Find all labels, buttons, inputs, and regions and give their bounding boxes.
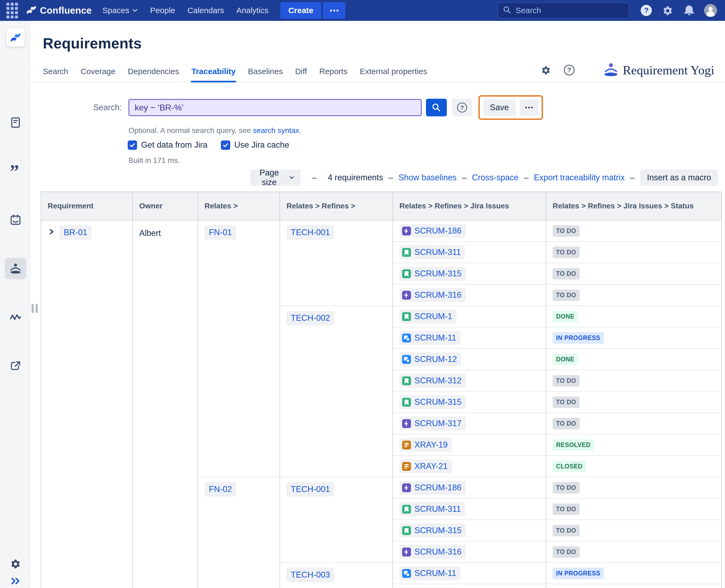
tab-coverage[interactable]: Coverage bbox=[81, 67, 115, 82]
status-lozenge: TO DO bbox=[552, 268, 580, 279]
nav-item-people[interactable]: People bbox=[150, 6, 175, 15]
sidebar-pages-icon[interactable] bbox=[5, 112, 26, 133]
search-help-button[interactable]: ? bbox=[452, 99, 472, 117]
global-search-input[interactable] bbox=[516, 6, 624, 15]
jira-issue-cell: XRAY-21 bbox=[393, 456, 546, 477]
jira-issue-link[interactable]: SCRUM-316 bbox=[400, 288, 466, 302]
story-icon bbox=[402, 526, 411, 535]
tab-baselines[interactable]: Baselines bbox=[248, 67, 283, 82]
sidebar-quotes-icon[interactable]: ” bbox=[5, 161, 26, 182]
jira-issue-link[interactable]: SCRUM-317 bbox=[400, 417, 466, 430]
jira-issue-link[interactable]: SCRUM-12 bbox=[400, 352, 461, 366]
jira-issue-link[interactable]: SCRUM-315 bbox=[400, 395, 466, 409]
nav-item-calendars[interactable]: Calendars bbox=[187, 6, 224, 15]
jira-issue-key: SCRUM-312 bbox=[415, 376, 462, 385]
save-button[interactable]: Save bbox=[483, 99, 516, 116]
refines-link[interactable]: TECH-001 bbox=[286, 225, 334, 240]
relates-link[interactable]: FN-02 bbox=[204, 482, 236, 497]
sidebar-requirement-yogi-icon[interactable] bbox=[5, 258, 26, 279]
jira-issue-link[interactable]: SCRUM-315 bbox=[400, 267, 466, 281]
jira-issue-key: SCRUM-315 bbox=[415, 526, 462, 535]
expand-chevron-icon[interactable] bbox=[48, 228, 55, 235]
toolbar-link-export-traceability-matrix[interactable]: Export traceability matrix bbox=[534, 173, 625, 183]
story-icon bbox=[402, 398, 411, 407]
tab-external-properties[interactable]: External properties bbox=[360, 67, 427, 82]
sidebar-calendar-icon[interactable] bbox=[5, 209, 26, 231]
run-search-button[interactable] bbox=[426, 99, 447, 117]
jira-issue-link[interactable]: SCRUM-315 bbox=[400, 524, 466, 538]
refines-cell: TECH-001 bbox=[280, 477, 393, 563]
sidebar-activity-icon[interactable] bbox=[5, 307, 26, 328]
status-cell: IN PROGRESS bbox=[546, 328, 721, 349]
profile-avatar[interactable] bbox=[704, 4, 717, 17]
sidebar-external-link-icon[interactable] bbox=[5, 355, 26, 377]
settings-gear-icon[interactable] bbox=[540, 64, 551, 76]
status-cell: TO DO bbox=[546, 477, 721, 499]
confluence-logo[interactable]: Confluence bbox=[25, 4, 92, 17]
jira-issue-link[interactable]: SCRUM-186 bbox=[400, 481, 466, 495]
top-navbar: Confluence SpacesPeopleCalendarsAnalytic… bbox=[0, 0, 725, 21]
toolbar-link-cross-space[interactable]: Cross-space bbox=[472, 173, 519, 183]
toolbar-link-show-baselines[interactable]: Show baselines bbox=[398, 173, 457, 183]
jira-issue-cell: SCRUM-12 bbox=[393, 349, 546, 370]
nav-more-button[interactable] bbox=[323, 2, 345, 19]
app-switcher-icon[interactable] bbox=[6, 3, 18, 18]
create-button[interactable]: Create bbox=[280, 2, 321, 19]
sidebar-expand-icon[interactable] bbox=[10, 576, 21, 587]
checkbox-checked-icon[interactable] bbox=[221, 141, 230, 150]
nav-item-spaces[interactable]: Spaces bbox=[103, 6, 138, 15]
search-icon bbox=[431, 103, 441, 112]
requirement-yogi-brand: Requirement Yogi bbox=[603, 63, 714, 78]
save-more-options-button[interactable] bbox=[520, 99, 538, 116]
tab-dependencies[interactable]: Dependencies bbox=[128, 67, 179, 82]
page-size-button[interactable]: Page size bbox=[250, 170, 301, 186]
jira-issue-link[interactable]: SCRUM-186 bbox=[400, 224, 466, 238]
tab-traceability[interactable]: Traceability bbox=[192, 67, 236, 82]
jira-issue-link[interactable]: SCRUM-312 bbox=[400, 374, 466, 387]
jira-issue-link[interactable]: SCRUM-316 bbox=[400, 545, 466, 559]
help-circle-icon[interactable]: ? bbox=[563, 64, 575, 76]
status-cell: TO DO bbox=[546, 370, 721, 392]
tab-search[interactable]: Search bbox=[43, 67, 68, 82]
jira-issue-link[interactable]: XRAY-19 bbox=[400, 438, 452, 452]
status-cell: TO DO bbox=[546, 285, 721, 306]
separator-dash: – bbox=[630, 173, 635, 183]
refines-link[interactable]: TECH-003 bbox=[286, 568, 334, 582]
relates-cell: FN-01 bbox=[198, 220, 280, 477]
search-syntax-link[interactable]: search syntax bbox=[253, 126, 299, 134]
refines-link[interactable]: TECH-002 bbox=[286, 311, 334, 325]
tab-diff[interactable]: Diff bbox=[295, 67, 307, 82]
jira-issue-link[interactable]: SCRUM-1 bbox=[400, 310, 457, 323]
sidebar-settings-gear-icon[interactable] bbox=[9, 558, 22, 571]
confluence-product-tile[interactable] bbox=[6, 28, 25, 46]
jira-issue-link[interactable]: XRAY-21 bbox=[400, 459, 452, 473]
jira-issue-key: SCRUM-311 bbox=[415, 504, 461, 514]
nav-item-analytics[interactable]: Analytics bbox=[236, 6, 268, 15]
relates-link[interactable]: FN-01 bbox=[204, 225, 236, 240]
tab-reports[interactable]: Reports bbox=[319, 67, 347, 82]
jira-issue-link[interactable]: SCRUM-11 bbox=[400, 566, 461, 580]
requirement-link[interactable]: BR-01 bbox=[59, 225, 92, 240]
checkbox-get-data-from-jira[interactable]: Get data from Jira bbox=[128, 140, 207, 150]
query-input[interactable] bbox=[128, 99, 422, 116]
jira-issue-cell: SCRUM-315 bbox=[393, 520, 546, 542]
separator-dash: – bbox=[312, 173, 317, 183]
jira-issue-link[interactable]: SCRUM-311 bbox=[400, 245, 465, 259]
jira-issue-key: SCRUM-316 bbox=[415, 547, 462, 557]
toolbar-links: Show baselines–Cross-space–Export tracea… bbox=[398, 173, 635, 183]
settings-icon[interactable] bbox=[661, 4, 674, 17]
jira-issue-key: XRAY-21 bbox=[415, 461, 448, 471]
notifications-icon[interactable] bbox=[683, 4, 696, 17]
jira-issue-link[interactable]: SCRUM-311 bbox=[400, 502, 465, 516]
status-lozenge: TO DO bbox=[552, 482, 580, 493]
checkbox-checked-icon[interactable] bbox=[128, 141, 137, 150]
story-icon bbox=[402, 376, 411, 385]
global-search[interactable] bbox=[498, 2, 629, 18]
results-toolbar: Page size – 4 requirements – Show baseli… bbox=[250, 170, 718, 186]
refines-link[interactable]: TECH-001 bbox=[286, 482, 334, 497]
help-icon[interactable]: ? bbox=[640, 4, 653, 17]
status-lozenge: TO DO bbox=[552, 525, 580, 537]
insert-macro-button[interactable]: Insert as a macro bbox=[640, 170, 718, 186]
jira-issue-link[interactable]: SCRUM-11 bbox=[400, 331, 461, 345]
checkbox-use-jira-cache[interactable]: Use Jira cache bbox=[221, 140, 289, 150]
